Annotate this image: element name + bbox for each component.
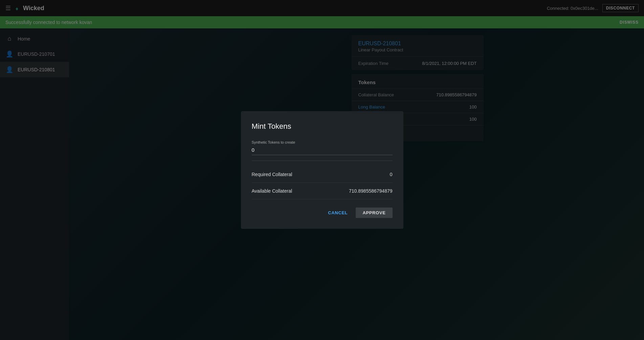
available-collateral-row: Available Collateral 710.8985586794879 [252, 183, 393, 199]
modal-actions: CANCEL APPROVE [252, 208, 393, 218]
synthetic-tokens-input[interactable] [252, 146, 393, 155]
required-collateral-row: Required Collateral 0 [252, 166, 393, 183]
required-collateral-label: Required Collateral [252, 172, 292, 177]
available-collateral-value: 710.8985586794879 [349, 188, 392, 194]
available-collateral-label: Available Collateral [252, 188, 292, 194]
required-collateral-value: 0 [390, 172, 393, 177]
cancel-button[interactable]: CANCEL [323, 208, 353, 218]
mint-tokens-modal: Mint Tokens Synthetic Tokens to create R… [241, 111, 403, 229]
approve-button[interactable]: APPROVE [356, 208, 392, 218]
modal-field-group: Synthetic Tokens to create [252, 140, 393, 155]
modal-overlay: Mint Tokens Synthetic Tokens to create R… [0, 0, 644, 340]
field-label: Synthetic Tokens to create [252, 140, 393, 144]
modal-divider-1 [252, 161, 393, 161]
modal-title: Mint Tokens [252, 122, 393, 131]
